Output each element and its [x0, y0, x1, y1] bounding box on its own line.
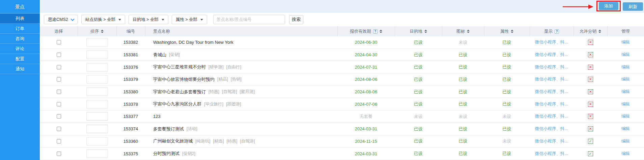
row-tag: [精选]: [213, 139, 224, 143]
help-icon[interactable]: ?: [373, 29, 377, 34]
row-display-link[interactable]: 微信小程序、抖...: [535, 76, 568, 82]
row-id: 153376: [116, 61, 145, 73]
row-edit-link[interactable]: 编辑: [621, 101, 630, 107]
row-display-link[interactable]: 微信小程序、抖...: [535, 138, 568, 144]
refresh-button[interactable]: 刷新: [623, 2, 643, 11]
row-edit-link[interactable]: 编辑: [621, 89, 630, 95]
annotation-highlight-box: 添加: [596, 1, 621, 11]
row-tag: [自驾游]: [222, 89, 237, 94]
sidebar-item-订单[interactable]: 订单: [0, 24, 40, 34]
row-checkbox[interactable]: [57, 53, 61, 57]
distribution-allowed-check-icon[interactable]: ✓: [588, 151, 593, 156]
row-sort-input[interactable]: [86, 112, 108, 121]
row-edit-link[interactable]: 编辑: [621, 126, 630, 132]
distribution-denied-cross-icon[interactable]: ✕: [588, 77, 593, 82]
row-edit-link[interactable]: 编辑: [621, 52, 630, 58]
site-switch-label: 站点切换 > 全部: [85, 17, 115, 23]
top-action-bar: 添加 刷新: [40, 0, 644, 13]
sort-arrows-icon[interactable]: [511, 30, 513, 33]
distribution-denied-cross-icon[interactable]: ✕: [588, 52, 593, 57]
row-name: 宇宙中心九寨沟区分人群: [153, 101, 201, 107]
distribution-denied-cross-icon[interactable]: ✕: [588, 40, 593, 45]
row-sort-input[interactable]: [86, 63, 108, 71]
sort-arrows-icon[interactable]: [101, 30, 104, 33]
row-display-link[interactable]: 微信小程序、抖...: [535, 126, 568, 132]
row-valid: 2024-04-30: [337, 49, 395, 61]
sidebar-item-列表[interactable]: 列表: [0, 13, 40, 24]
distribution-denied-cross-icon[interactable]: ✕: [588, 114, 593, 119]
row-checkbox[interactable]: [57, 127, 61, 131]
row-display-link[interactable]: 微信小程序、抖...: [535, 89, 568, 95]
row-display-link[interactable]: 微信小程序、抖...: [535, 151, 568, 157]
row-display-link[interactable]: 微信小程序、抖...: [535, 64, 568, 70]
sidebar-item-咨询[interactable]: 咨询: [0, 34, 40, 44]
search-button[interactable]: 搜索: [289, 15, 303, 24]
search-input[interactable]: [213, 15, 285, 24]
row-edit-link[interactable]: 编辑: [621, 114, 630, 119]
row-valid: 2024-07-06: [337, 98, 395, 110]
sidebar-item-通知[interactable]: 通知: [0, 64, 40, 74]
distribution-denied-cross-icon[interactable]: ✕: [588, 65, 593, 70]
row-tag: [蜜月游]: [240, 89, 254, 94]
row-checkbox[interactable]: [57, 77, 61, 82]
destination-filter-label: 目的地 > 全部: [133, 17, 159, 23]
row-icon-state: 已设: [442, 61, 484, 73]
sort-arrows-icon[interactable]: [467, 30, 470, 33]
row-attribute: 已设: [484, 98, 530, 110]
row-sort-input[interactable]: [86, 51, 108, 59]
row-tag: [自驾游]: [240, 139, 255, 143]
row-attribute: 已设: [484, 148, 530, 160]
row-edit-link[interactable]: 编辑: [621, 151, 630, 157]
add-button[interactable]: 添加: [599, 2, 618, 10]
distribution-denied-cross-icon[interactable]: ✕: [588, 126, 593, 131]
row-tag: [促销]: [169, 52, 180, 57]
col-select: 选择: [40, 26, 78, 36]
sort-arrows-icon[interactable]: [380, 30, 382, 33]
row-icon-state: 已设: [442, 49, 484, 61]
caret-down-icon: [118, 19, 121, 21]
row-display-link[interactable]: 微信小程序、抖...: [535, 101, 568, 107]
row-checkbox[interactable]: [57, 152, 61, 156]
site-switch-dropdown[interactable]: 站点切换 > 全部: [81, 15, 125, 24]
row-checkbox[interactable]: [57, 139, 61, 143]
row-tag: [促销2]: [182, 151, 195, 156]
row-checkbox[interactable]: [57, 114, 61, 119]
distribution-denied-cross-icon[interactable]: ✕: [588, 102, 593, 107]
row-sort-input[interactable]: [86, 100, 108, 108]
row-sort-input[interactable]: [86, 38, 108, 46]
row-name: 分时预约测试: [153, 151, 179, 157]
attribute-filter-label: 属性 > 全部: [176, 17, 197, 23]
row-edit-link[interactable]: 编辑: [621, 64, 630, 70]
row-display-link[interactable]: 微信小程序、抖...: [535, 114, 568, 119]
row-edit-link[interactable]: 编辑: [621, 138, 630, 144]
help-icon[interactable]: ?: [555, 29, 559, 34]
row-valid: 2024-08-06: [337, 73, 395, 86]
row-edit-link[interactable]: 编辑: [621, 76, 630, 82]
row-checkbox[interactable]: [57, 90, 61, 94]
row-sort-input[interactable]: [86, 125, 108, 133]
col-attribute: 属性: [484, 26, 530, 36]
row-edit-link[interactable]: 编辑: [621, 39, 630, 45]
row-display-link[interactable]: 微信小程序、抖...: [535, 52, 568, 58]
distribution-denied-cross-icon[interactable]: ✕: [588, 89, 593, 94]
sidebar-item-配置[interactable]: 配置: [0, 54, 40, 64]
row-checkbox[interactable]: [57, 65, 61, 69]
row-checkbox[interactable]: [57, 102, 61, 106]
row-sort-input[interactable]: [86, 88, 108, 96]
row-attribute: 已设: [484, 61, 530, 73]
distribution-allowed-check-icon[interactable]: ✓: [588, 139, 593, 144]
row-sort-input[interactable]: [86, 150, 108, 158]
attribute-filter-dropdown[interactable]: 属性 > 全部: [172, 15, 207, 24]
sidebar-item-评论[interactable]: 评论: [0, 44, 40, 54]
site-select-dropdown[interactable]: 思途CMS2: [44, 15, 78, 24]
row-sort-input[interactable]: [86, 75, 108, 84]
row-checkbox[interactable]: [57, 40, 61, 44]
annotation-arrow-icon: [563, 4, 594, 9]
sort-arrows-icon[interactable]: [424, 30, 427, 33]
row-destination: 已设: [395, 36, 442, 49]
row-display-link[interactable]: 微信小程序、抖...: [535, 39, 568, 45]
row-id: 153382: [116, 36, 145, 49]
sort-arrows-icon[interactable]: [598, 30, 601, 33]
row-sort-input[interactable]: [86, 137, 108, 146]
destination-filter-dropdown[interactable]: 目的地 > 全部: [129, 15, 168, 24]
